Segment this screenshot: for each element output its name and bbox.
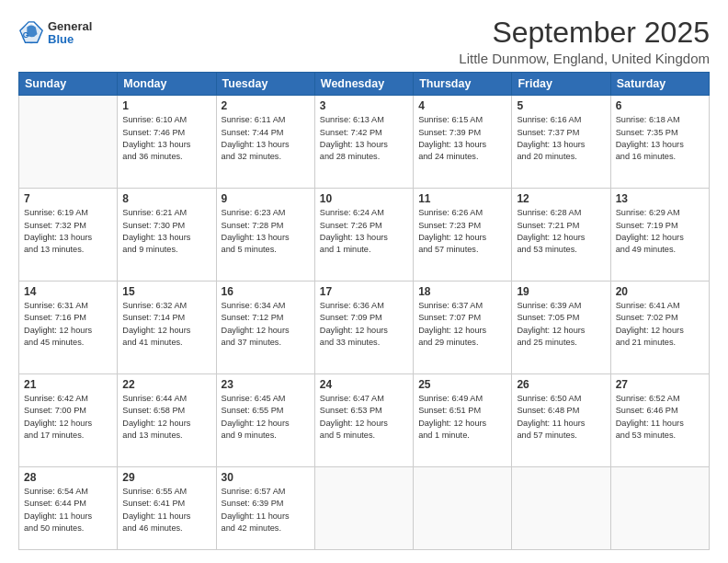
- day-info: Sunrise: 6:45 AM Sunset: 6:55 PM Dayligh…: [222, 393, 310, 442]
- day-cell: [610, 467, 709, 550]
- day-info: Sunrise: 6:15 AM Sunset: 7:39 PM Dayligh…: [418, 114, 506, 163]
- day-number: 4: [418, 99, 506, 112]
- weekday-header-row: SundayMondayTuesdayWednesdayThursdayFrid…: [19, 73, 710, 96]
- day-cell: [19, 96, 118, 189]
- weekday-header-thursday: Thursday: [414, 73, 512, 96]
- day-cell: 29Sunrise: 6:55 AM Sunset: 6:41 PM Dayli…: [118, 467, 216, 550]
- page: G General Blue September 2025 Little Dun…: [0, 0, 728, 563]
- day-cell: 7Sunrise: 6:19 AM Sunset: 7:32 PM Daylig…: [19, 189, 118, 282]
- day-cell: 22Sunrise: 6:44 AM Sunset: 6:58 PM Dayli…: [118, 374, 216, 467]
- day-cell: 17Sunrise: 6:36 AM Sunset: 7:09 PM Dayli…: [314, 282, 413, 374]
- day-number: 18: [418, 285, 506, 298]
- day-info: Sunrise: 6:37 AM Sunset: 7:07 PM Dayligh…: [418, 300, 506, 349]
- day-info: Sunrise: 6:57 AM Sunset: 6:39 PM Dayligh…: [222, 486, 310, 534]
- day-info: Sunrise: 6:34 AM Sunset: 7:12 PM Dayligh…: [222, 300, 310, 349]
- header: G General Blue September 2025 Little Dun…: [18, 17, 710, 66]
- day-number: 21: [24, 378, 112, 391]
- day-number: 20: [616, 285, 704, 298]
- title-block: September 2025 Little Dunmow, England, U…: [459, 17, 710, 66]
- day-cell: 6Sunrise: 6:18 AM Sunset: 7:35 PM Daylig…: [610, 96, 709, 189]
- day-info: Sunrise: 6:11 AM Sunset: 7:44 PM Dayligh…: [222, 114, 310, 163]
- day-number: 2: [222, 99, 310, 112]
- calendar-table: SundayMondayTuesdayWednesdayThursdayFrid…: [18, 72, 710, 550]
- day-info: Sunrise: 6:36 AM Sunset: 7:09 PM Dayligh…: [320, 300, 408, 349]
- day-number: 23: [222, 378, 310, 391]
- logo-text: General Blue: [48, 20, 92, 47]
- month-title: September 2025: [459, 17, 710, 49]
- day-info: Sunrise: 6:39 AM Sunset: 7:05 PM Dayligh…: [517, 300, 605, 349]
- day-cell: 19Sunrise: 6:39 AM Sunset: 7:05 PM Dayli…: [512, 282, 610, 374]
- location: Little Dunmow, England, United Kingdom: [459, 51, 710, 66]
- day-info: Sunrise: 6:16 AM Sunset: 7:37 PM Dayligh…: [517, 114, 605, 163]
- day-info: Sunrise: 6:31 AM Sunset: 7:16 PM Dayligh…: [24, 300, 112, 349]
- day-cell: 13Sunrise: 6:29 AM Sunset: 7:19 PM Dayli…: [610, 189, 709, 282]
- day-info: Sunrise: 6:18 AM Sunset: 7:35 PM Dayligh…: [616, 114, 704, 163]
- day-info: Sunrise: 6:19 AM Sunset: 7:32 PM Dayligh…: [24, 207, 112, 256]
- day-number: 5: [517, 99, 605, 112]
- day-info: Sunrise: 6:32 AM Sunset: 7:14 PM Dayligh…: [122, 300, 210, 349]
- day-number: 13: [616, 192, 704, 205]
- day-cell: 26Sunrise: 6:50 AM Sunset: 6:48 PM Dayli…: [512, 374, 610, 467]
- day-number: 11: [418, 192, 506, 205]
- day-cell: 8Sunrise: 6:21 AM Sunset: 7:30 PM Daylig…: [118, 189, 216, 282]
- day-number: 29: [122, 471, 210, 484]
- day-cell: 24Sunrise: 6:47 AM Sunset: 6:53 PM Dayli…: [314, 374, 413, 467]
- day-number: 25: [418, 378, 506, 391]
- day-number: 3: [320, 99, 408, 112]
- day-info: Sunrise: 6:42 AM Sunset: 7:00 PM Dayligh…: [24, 393, 112, 442]
- day-number: 10: [320, 192, 408, 205]
- day-info: Sunrise: 6:23 AM Sunset: 7:28 PM Dayligh…: [222, 207, 310, 256]
- day-info: Sunrise: 6:21 AM Sunset: 7:30 PM Dayligh…: [122, 207, 210, 256]
- day-info: Sunrise: 6:49 AM Sunset: 6:51 PM Dayligh…: [418, 393, 506, 442]
- day-number: 27: [616, 378, 704, 391]
- day-cell: 15Sunrise: 6:32 AM Sunset: 7:14 PM Dayli…: [118, 282, 216, 374]
- day-cell: 12Sunrise: 6:28 AM Sunset: 7:21 PM Dayli…: [512, 189, 610, 282]
- day-info: Sunrise: 6:54 AM Sunset: 6:44 PM Dayligh…: [24, 486, 112, 534]
- weekday-header-wednesday: Wednesday: [314, 73, 413, 96]
- day-number: 22: [122, 378, 210, 391]
- day-cell: 5Sunrise: 6:16 AM Sunset: 7:37 PM Daylig…: [512, 96, 610, 189]
- weekday-header-monday: Monday: [118, 73, 216, 96]
- svg-text:G: G: [23, 30, 29, 40]
- week-row-3: 14Sunrise: 6:31 AM Sunset: 7:16 PM Dayli…: [19, 282, 710, 374]
- day-number: 15: [122, 285, 210, 298]
- day-number: 26: [517, 378, 605, 391]
- day-cell: 2Sunrise: 6:11 AM Sunset: 7:44 PM Daylig…: [216, 96, 314, 189]
- day-info: Sunrise: 6:44 AM Sunset: 6:58 PM Dayligh…: [122, 393, 210, 442]
- day-info: Sunrise: 6:10 AM Sunset: 7:46 PM Dayligh…: [122, 114, 210, 163]
- day-number: 6: [616, 99, 704, 112]
- day-number: 9: [222, 192, 310, 205]
- day-cell: 9Sunrise: 6:23 AM Sunset: 7:28 PM Daylig…: [216, 189, 314, 282]
- weekday-header-sunday: Sunday: [19, 73, 118, 96]
- day-cell: 3Sunrise: 6:13 AM Sunset: 7:42 PM Daylig…: [314, 96, 413, 189]
- day-cell: 25Sunrise: 6:49 AM Sunset: 6:51 PM Dayli…: [414, 374, 512, 467]
- day-number: 16: [222, 285, 310, 298]
- day-number: 24: [320, 378, 408, 391]
- week-row-5: 28Sunrise: 6:54 AM Sunset: 6:44 PM Dayli…: [19, 467, 710, 550]
- day-cell: 16Sunrise: 6:34 AM Sunset: 7:12 PM Dayli…: [216, 282, 314, 374]
- day-cell: 10Sunrise: 6:24 AM Sunset: 7:26 PM Dayli…: [314, 189, 413, 282]
- day-number: 14: [24, 285, 112, 298]
- day-cell: 1Sunrise: 6:10 AM Sunset: 7:46 PM Daylig…: [118, 96, 216, 189]
- day-number: 28: [24, 471, 112, 484]
- day-info: Sunrise: 6:52 AM Sunset: 6:46 PM Dayligh…: [616, 393, 704, 442]
- day-number: 19: [517, 285, 605, 298]
- day-number: 8: [122, 192, 210, 205]
- day-cell: 11Sunrise: 6:26 AM Sunset: 7:23 PM Dayli…: [414, 189, 512, 282]
- day-cell: 23Sunrise: 6:45 AM Sunset: 6:55 PM Dayli…: [216, 374, 314, 467]
- week-row-1: 1Sunrise: 6:10 AM Sunset: 7:46 PM Daylig…: [19, 96, 710, 189]
- day-cell: 4Sunrise: 6:15 AM Sunset: 7:39 PM Daylig…: [414, 96, 512, 189]
- logo: G General Blue: [18, 20, 92, 47]
- week-row-4: 21Sunrise: 6:42 AM Sunset: 7:00 PM Dayli…: [19, 374, 710, 467]
- weekday-header-friday: Friday: [512, 73, 610, 96]
- day-cell: 20Sunrise: 6:41 AM Sunset: 7:02 PM Dayli…: [610, 282, 709, 374]
- day-number: 17: [320, 285, 408, 298]
- day-cell: [512, 467, 610, 550]
- day-number: 7: [24, 192, 112, 205]
- day-info: Sunrise: 6:24 AM Sunset: 7:26 PM Dayligh…: [320, 207, 408, 256]
- logo-icon: G: [18, 20, 44, 46]
- day-cell: [314, 467, 413, 550]
- day-cell: 28Sunrise: 6:54 AM Sunset: 6:44 PM Dayli…: [19, 467, 118, 550]
- day-info: Sunrise: 6:28 AM Sunset: 7:21 PM Dayligh…: [517, 207, 605, 256]
- day-cell: 27Sunrise: 6:52 AM Sunset: 6:46 PM Dayli…: [610, 374, 709, 467]
